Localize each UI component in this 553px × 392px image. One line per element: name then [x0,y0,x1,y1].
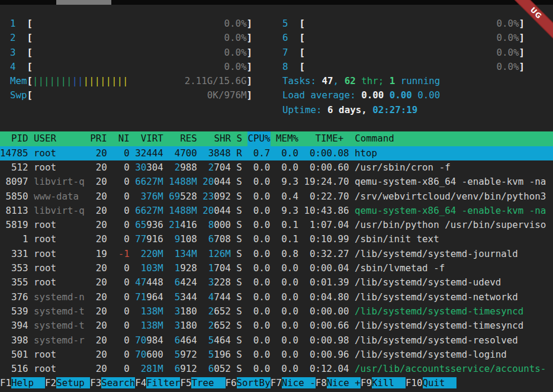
res-cell: 69528 [169,189,197,204]
sep [163,232,169,246]
sep [270,218,276,232]
mem-percent-cell: 0.1 [276,232,298,246]
nice-cell: 0 [112,232,130,246]
fnkey-F6[interactable]: F6SortBy [226,376,271,390]
process-row[interactable]: 14785 root 20 0 32444 4700 3848 R 0.7 0.… [0,146,553,160]
mem-hi: 376M [141,191,163,202]
virt-cell: 138M [135,319,163,333]
sep [242,247,248,261]
sep [107,304,113,319]
process-row[interactable]: 331 root 19 -1 220M 134M 126M S 0.0 0.8 … [0,247,553,261]
sep [28,146,34,160]
process-row[interactable]: 398 systemd-r 20 0 70984 6464 5464 S 0.0… [0,333,553,348]
process-row[interactable]: 1 root 20 0 77916 9108 6708 S 0.0 0.1 0:… [0,232,553,246]
sep [163,189,169,204]
priority-cell: 20 [90,304,107,319]
cpu-percent-cell: 0.0 [247,247,270,261]
time-cell: 0:00.08 [304,146,349,160]
fnkey-F7[interactable]: F7Nice - [271,376,316,390]
state-cell: S [236,304,242,319]
mem-hi: 20 [202,176,214,187]
table-header-columns-right[interactable]: MEM% TIME+ Command [271,131,394,146]
sep [28,348,34,362]
process-row[interactable]: 394 systemd-t 20 0 138M 3180 2652 S 0.0 … [0,319,553,333]
process-row[interactable]: 516 root 20 0 281M 6912 6052 S 0.0 0.0 0… [0,362,553,376]
sep [28,204,34,218]
sep [197,146,203,160]
mem-hi: 69 [169,191,180,202]
shr-cell: 4744 [202,290,231,304]
state-cell: S [236,319,242,333]
sep [242,319,248,333]
priority-cell: 20 [90,290,107,304]
cpu8-meter: 80.0% [282,61,525,72]
res-cell: 2988 [169,160,197,175]
table-header-row[interactable]: PID USER PRI NI VIRT RES SHR S CPU% MEM%… [0,131,553,146]
sep [28,362,34,376]
sep [28,189,34,204]
virt-cell: 220M [135,247,163,261]
mem-lo: 652 [214,320,231,331]
fnkey-F10[interactable]: F10Quit [406,376,456,390]
user-cell: libvirt-q [34,204,85,218]
sep [349,189,355,204]
sep [85,175,91,189]
fnkey-F2[interactable]: F2Setup [45,376,90,390]
mem-hi: 23 [202,191,214,202]
mem-percent-cell: 0.0 [276,146,298,160]
swap-meter: Swp0K/976M [10,89,252,101]
user-cell: root [34,275,85,290]
process-row[interactable]: 8097 libvirt-q 20 0 6627M 1488M 20044 S … [0,175,553,189]
process-row[interactable]: 539 systemd-t 20 0 138M 3180 2652 S 0.0 … [0,304,553,319]
shr-cell: 2652 [202,319,231,333]
process-row[interactable]: 501 root 20 0 70600 5972 5196 S 0.0 0.0 … [0,348,553,362]
sep [270,333,276,348]
sep [231,362,237,376]
fnkey-action: Tree [191,377,225,388]
nice-cell: 0 [112,160,130,175]
cpu2-meter: 20.0% [10,32,252,43]
virt-cell: 70600 [135,348,163,362]
cpu-percent-cell: 0.0 [247,333,270,348]
user-cell: root [34,146,85,160]
fnkey-F5[interactable]: F5Tree [180,376,225,390]
fnkey-F1[interactable]: F1Help [0,376,45,390]
nice-cell: 0 [112,204,130,218]
sep [163,304,169,319]
process-row[interactable]: 355 root 20 0 47448 6424 3228 S 0.0 0.0 … [0,275,553,290]
table-header-columns[interactable]: PID USER PRI NI VIRT RES SHR S [0,131,247,146]
sep [85,232,91,246]
mem-hi: 6 [208,363,214,374]
mem-hi: 126M [208,248,231,259]
sep [298,304,304,319]
sep [197,275,203,290]
process-row[interactable]: 376 systemd-n 20 0 71964 5344 4744 S 0.0… [0,290,553,304]
command-cell: /usr/bin/python /usr/bin/superviso [355,218,553,232]
process-row[interactable]: 512 root 20 0 30304 2988 2704 S 0.0 0.0 … [0,160,553,175]
cpu-percent-cell: 0.0 [247,204,270,218]
fnkey-F8[interactable]: F8Nice + [316,376,361,390]
priority-cell: 20 [90,261,107,275]
sep [231,189,237,204]
fnkey-F4[interactable]: F4Filter [135,376,180,390]
mem-lo: 464 [180,335,197,346]
sort-column-header[interactable]: CPU% [247,131,270,146]
fnkey-action: Kill [372,377,406,388]
mem-hi: 2 [175,162,181,173]
fnkey-F3[interactable]: F3Search [90,376,135,390]
process-table-body: 14785 root 20 0 32444 4700 3848 R 0.7 0.… [0,146,553,377]
process-row[interactable]: 353 root 20 0 103M 1928 1704 S 0.0 0.0 0… [0,261,553,275]
process-row[interactable]: 5819 root 20 0 65936 21416 8000 S 0.0 0.… [0,218,553,232]
sep [349,261,355,275]
mem-hi: 134M [175,248,197,259]
process-row[interactable]: 5850 www-data 20 0 376M 69528 23092 S 0.… [0,189,553,204]
fnkey-number: F7 [271,377,282,388]
process-row[interactable]: 8113 libvirt-q 20 0 6627M 1488M 20044 S … [0,204,553,218]
mem-percent-cell: 0.0 [276,362,298,376]
sep [130,362,136,376]
sep [107,160,113,175]
command-cell: /lib/systemd/systemd-logind [355,348,553,362]
priority-cell: 20 [90,160,107,175]
fnkey-F9[interactable]: F9Kill [361,376,406,390]
mem-hi: 138M [141,320,163,331]
